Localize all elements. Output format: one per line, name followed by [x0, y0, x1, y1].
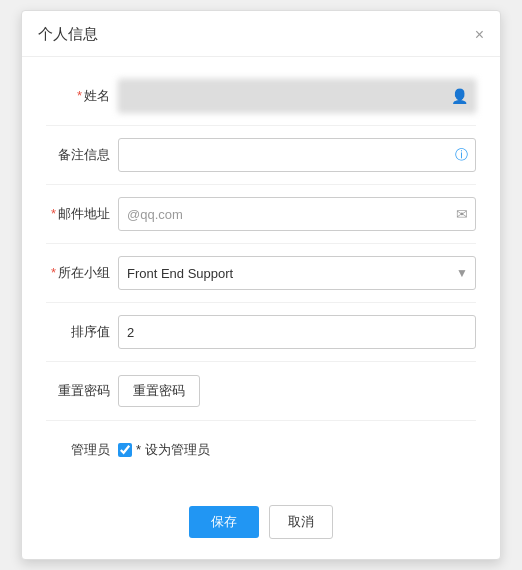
email-icon: ✉ — [456, 206, 468, 222]
admin-checkbox-label: * 设为管理员 — [136, 441, 210, 459]
email-input[interactable] — [118, 197, 476, 231]
remark-input[interactable] — [118, 138, 476, 172]
save-button[interactable]: 保存 — [189, 506, 259, 538]
name-row: 姓名 👤 — [46, 77, 476, 115]
reset-password-button[interactable]: 重置密码 — [118, 375, 200, 407]
group-select[interactable]: Front End Support — [118, 256, 476, 290]
info-icon: ⓘ — [455, 146, 468, 164]
admin-checkbox-group: * 设为管理员 — [118, 441, 476, 459]
remark-label: 备注信息 — [46, 146, 118, 164]
sort-input[interactable] — [118, 315, 476, 349]
admin-checkbox[interactable] — [118, 443, 132, 457]
personal-info-dialog: 个人信息 × 姓名 👤 备注信息 ⓘ 邮件地址 ✉ — [21, 10, 501, 560]
remark-input-wrap: ⓘ — [118, 138, 476, 172]
dialog-body: 姓名 👤 备注信息 ⓘ 邮件地址 ✉ 所在小 — [22, 57, 500, 495]
group-label: 所在小组 — [46, 264, 118, 282]
email-label: 邮件地址 — [46, 205, 118, 223]
reset-password-label: 重置密码 — [46, 382, 118, 400]
name-input-wrap: 👤 — [118, 79, 476, 113]
dialog-title: 个人信息 — [38, 25, 98, 44]
name-input[interactable] — [118, 79, 476, 113]
user-icon: 👤 — [451, 88, 468, 104]
admin-row: 管理员 * 设为管理员 — [46, 431, 476, 469]
email-row: 邮件地址 ✉ — [46, 195, 476, 233]
email-input-wrap: ✉ — [118, 197, 476, 231]
dialog-footer: 保存 取消 — [22, 495, 500, 559]
dialog-header: 个人信息 × — [22, 11, 500, 57]
name-label: 姓名 — [46, 87, 118, 105]
sort-label: 排序值 — [46, 323, 118, 341]
group-row: 所在小组 Front End Support ▼ — [46, 254, 476, 292]
sort-input-wrap — [118, 315, 476, 349]
admin-checkbox-wrap: * 设为管理员 — [118, 441, 476, 459]
reset-password-wrap: 重置密码 — [118, 375, 476, 407]
close-button[interactable]: × — [475, 27, 484, 43]
remark-row: 备注信息 ⓘ — [46, 136, 476, 174]
reset-password-row: 重置密码 重置密码 — [46, 372, 476, 410]
sort-row: 排序值 — [46, 313, 476, 351]
group-select-wrap: Front End Support ▼ — [118, 256, 476, 290]
cancel-button[interactable]: 取消 — [269, 505, 333, 539]
admin-label: 管理员 — [46, 441, 118, 459]
